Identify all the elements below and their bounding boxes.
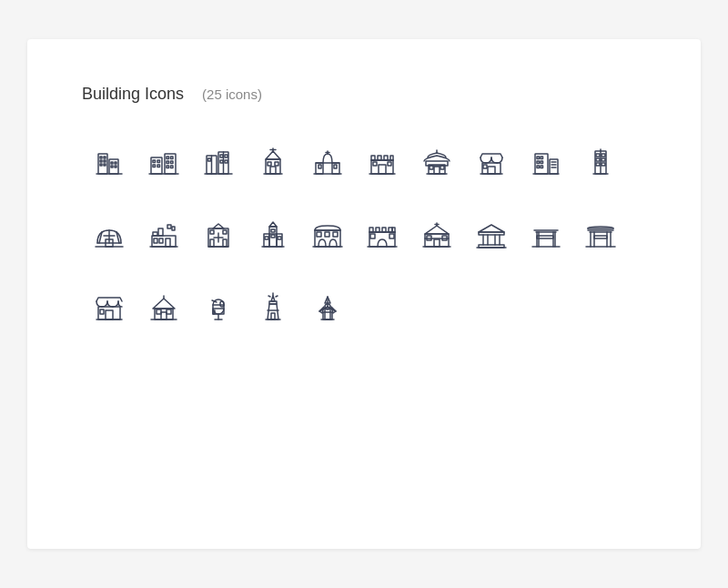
svg-rect-6 <box>104 160 106 162</box>
svg-rect-4 <box>104 157 106 158</box>
svg-rect-178 <box>594 236 607 238</box>
svg-rect-87 <box>596 154 600 157</box>
svg-rect-76 <box>537 157 540 159</box>
icon-museum[interactable] <box>464 213 519 259</box>
svg-rect-88 <box>596 158 600 161</box>
svg-rect-19 <box>157 165 160 167</box>
page-title: Building Icons <box>82 85 184 104</box>
svg-rect-186 <box>161 312 167 319</box>
svg-rect-32 <box>220 155 223 157</box>
svg-rect-59 <box>373 162 377 166</box>
svg-rect-92 <box>602 163 605 166</box>
svg-rect-18 <box>153 165 156 167</box>
svg-marker-184 <box>153 299 175 309</box>
icon-castle-wall[interactable] <box>355 213 410 259</box>
svg-rect-34 <box>220 160 223 163</box>
icon-greenhouse[interactable] <box>82 213 136 259</box>
svg-rect-78 <box>537 161 540 164</box>
svg-rect-23 <box>171 161 174 164</box>
icon-tower-building[interactable] <box>246 213 300 259</box>
icon-arcade[interactable] <box>300 213 355 259</box>
svg-rect-207 <box>325 309 330 319</box>
icon-factory[interactable] <box>136 213 191 259</box>
svg-rect-49 <box>334 165 337 168</box>
svg-rect-118 <box>223 239 227 247</box>
svg-rect-123 <box>277 234 282 247</box>
icon-post-box[interactable] <box>191 286 246 331</box>
svg-rect-116 <box>223 230 227 234</box>
icon-count: (25 icons) <box>202 86 262 102</box>
icon-office-building-1[interactable] <box>82 140 136 186</box>
icon-palace[interactable] <box>410 213 464 259</box>
svg-rect-11 <box>111 166 113 167</box>
svg-rect-7 <box>100 164 102 166</box>
svg-rect-106 <box>172 227 175 230</box>
svg-rect-22 <box>167 161 169 164</box>
svg-rect-89 <box>596 163 600 166</box>
svg-rect-5 <box>100 160 102 162</box>
svg-rect-70 <box>488 167 495 174</box>
svg-rect-128 <box>278 237 281 239</box>
svg-rect-135 <box>333 232 338 237</box>
svg-rect-134 <box>325 232 329 237</box>
icon-gate-1[interactable] <box>519 213 573 259</box>
svg-rect-188 <box>167 309 171 314</box>
icon-lighthouse[interactable] <box>246 286 300 331</box>
svg-rect-126 <box>271 235 275 238</box>
svg-rect-180 <box>98 307 120 319</box>
icon-hospital[interactable] <box>191 213 246 259</box>
icon-fortress[interactable] <box>355 140 410 186</box>
svg-rect-67 <box>440 166 444 169</box>
svg-rect-58 <box>379 165 386 174</box>
svg-rect-156 <box>479 232 504 235</box>
icon-building-document[interactable] <box>519 140 573 186</box>
svg-marker-121 <box>269 222 277 227</box>
svg-rect-24 <box>167 166 169 168</box>
svg-rect-117 <box>210 239 214 247</box>
svg-rect-105 <box>167 225 171 228</box>
svg-rect-72 <box>483 165 487 168</box>
svg-rect-145 <box>389 234 394 238</box>
icon-store[interactable] <box>82 286 136 331</box>
svg-rect-109 <box>154 238 157 243</box>
icon-gate-2[interactable] <box>573 213 628 259</box>
icon-house[interactable] <box>136 286 191 331</box>
svg-rect-181 <box>106 310 113 319</box>
icon-office-building-3[interactable] <box>191 140 246 186</box>
main-card: Building Icons (25 icons) <box>27 39 701 549</box>
svg-marker-37 <box>266 151 280 159</box>
svg-rect-33 <box>225 155 228 157</box>
svg-line-205 <box>276 296 278 297</box>
svg-rect-81 <box>541 166 543 168</box>
svg-rect-90 <box>602 154 605 157</box>
icon-church[interactable] <box>246 140 300 186</box>
svg-rect-21 <box>171 157 174 159</box>
svg-rect-8 <box>104 164 106 166</box>
svg-rect-148 <box>434 239 440 247</box>
svg-marker-199 <box>271 296 275 301</box>
svg-rect-16 <box>153 160 156 163</box>
svg-rect-63 <box>426 161 448 166</box>
svg-rect-41 <box>268 162 271 166</box>
svg-rect-110 <box>159 238 163 243</box>
svg-rect-77 <box>541 157 543 159</box>
svg-rect-91 <box>602 158 605 161</box>
svg-rect-48 <box>318 165 321 168</box>
icon-temple[interactable] <box>410 140 464 186</box>
svg-rect-9 <box>111 162 113 164</box>
icon-windmill[interactable] <box>300 286 355 331</box>
icon-shop[interactable] <box>464 140 519 186</box>
svg-rect-102 <box>152 236 176 247</box>
icon-skyscraper[interactable] <box>573 140 628 186</box>
svg-rect-40 <box>270 167 276 174</box>
svg-rect-10 <box>115 162 116 164</box>
svg-rect-31 <box>208 158 211 161</box>
svg-rect-187 <box>157 309 161 314</box>
svg-rect-66 <box>430 166 433 169</box>
icon-office-building-2[interactable] <box>136 140 191 186</box>
svg-rect-133 <box>317 232 321 237</box>
icon-arch-building[interactable] <box>300 140 355 186</box>
svg-rect-125 <box>271 229 275 232</box>
svg-rect-122 <box>264 234 269 247</box>
svg-rect-3 <box>100 157 102 158</box>
